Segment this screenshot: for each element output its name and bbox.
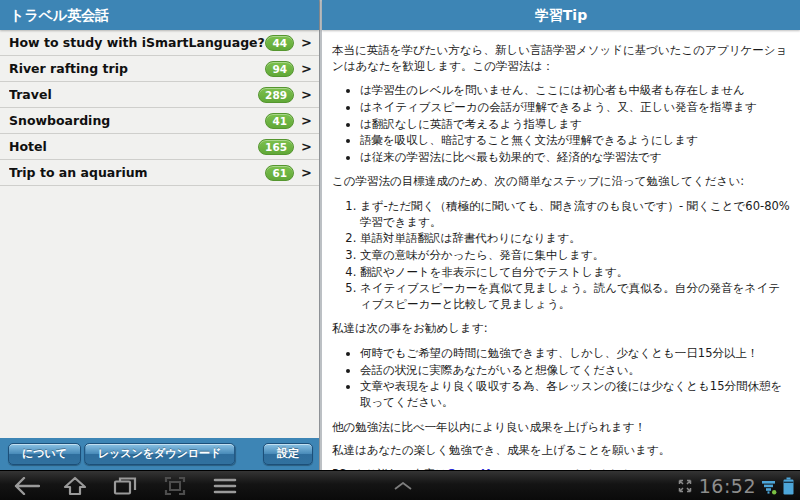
lesson-count-badge: 289 <box>258 87 294 103</box>
app-screen: トラベル英会話 How to study with iSmartLanguage… <box>0 0 800 500</box>
about-button[interactable]: について <box>8 443 81 465</box>
lesson-count-badge: 61 <box>265 165 294 181</box>
recommend-bullet: 会話の状況に実際あなたがいると想像してください。 <box>360 363 790 379</box>
screenshot-icon[interactable] <box>160 471 190 500</box>
chevron-right-icon: > <box>299 62 312 75</box>
menu-icon[interactable] <box>210 471 240 500</box>
recommend-bullet: 何時でもご希望の時間に勉強できます、しかし、少なくとも一日15分以上！ <box>360 346 790 362</box>
recent-apps-icon[interactable] <box>110 471 140 500</box>
status-cluster: 16:52 <box>677 471 794 500</box>
lesson-list: How to study with iSmartLanguage? 44 > R… <box>0 30 319 186</box>
chevron-up-icon[interactable] <box>388 471 418 500</box>
lesson-row-river-rafting[interactable]: River rafting trip 94 > <box>0 56 319 82</box>
feature-bullet: は翻訳なしに英語で考えるよう指導します <box>360 117 790 133</box>
intro-paragraph: 本当に英語を学びたい方なら、新しい言語学習メソッドに基づいたこのアプリケーション… <box>332 43 790 74</box>
lesson-label: Snowboarding <box>9 113 265 128</box>
lesson-row-snowboarding[interactable]: Snowboarding 41 > <box>0 108 319 134</box>
recommend-bullet: 文章や表現をより良く吸収する為、各レッスンの後には少なくとも15分間休憩を取って… <box>360 379 790 410</box>
left-footer-bar: について レッスンをダウンロード 設定 <box>0 438 319 470</box>
recommend-intro-paragraph: 私達は次の事をお勧めします: <box>332 321 790 337</box>
step-item: ネイティブスピーカーを真似て見ましょう。読んで真似る。自分の発音をネイティブスピ… <box>360 281 790 312</box>
steps-intro-paragraph: この学習法の目標達成のため、次の簡単なステップに沿って勉強してください: <box>332 174 790 190</box>
step-item: 単語対単語翻訳は辞書代わりになります。 <box>360 231 790 247</box>
lesson-list-panel: トラベル英会話 How to study with iSmartLanguage… <box>0 0 319 470</box>
lesson-label: Travel <box>9 87 258 102</box>
outro-paragraph-2: 私達はあなたの楽しく勉強でき、成果を上げることを願います。 <box>332 443 790 459</box>
signal-icon <box>762 478 777 495</box>
lesson-label: Trip to an aquarium <box>9 165 265 180</box>
outro-paragraph-1: 他の勉強法に比べ一年以内により良い成果を上げられます！ <box>332 420 790 436</box>
chevron-right-icon: > <box>299 114 312 127</box>
clock: 16:52 <box>699 475 756 497</box>
feature-bullet: は従来の学習法に比べ最も効果的で、経済的な学習法です <box>360 150 790 166</box>
step-item: 文章の意味が分かったら、発音に集中します。 <box>360 248 790 264</box>
left-panel-title: トラベル英会話 <box>0 0 319 30</box>
chevron-right-icon: > <box>299 88 312 101</box>
settings-button[interactable]: 設定 <box>263 443 313 465</box>
feature-bullet: は学習生のレベルを問いません、ここには初心者も中級者も存在しません <box>360 83 790 99</box>
download-lessons-button[interactable]: レッスンをダウンロード <box>84 443 236 465</box>
android-navigation-bar: 16:52 <box>0 470 800 500</box>
feature-bullet: はネイティブスピーカの会話が理解できるよう、又、正しい発音を指導ます <box>360 100 790 116</box>
lesson-label: River rafting trip <box>9 61 265 76</box>
lesson-label: Hotel <box>9 139 258 154</box>
lesson-count-badge: 44 <box>265 35 294 51</box>
right-panel-title: 学習Tip <box>322 0 800 30</box>
lesson-count-badge: 41 <box>265 113 294 129</box>
recommend-bullet-list: 何時でもご希望の時間に勉強できます、しかし、少なくとも一日15分以上！ 会話の状… <box>332 346 790 411</box>
lesson-row-travel[interactable]: Travel 289 > <box>0 82 319 108</box>
lesson-row-aquarium[interactable]: Trip to an aquarium 61 > <box>0 160 319 186</box>
lesson-row-how-to-study[interactable]: How to study with iSmartLanguage? 44 > <box>0 30 319 56</box>
lesson-count-badge: 165 <box>258 139 294 155</box>
study-tip-panel: 学習Tip 本当に英語を学びたい方なら、新しい言語学習メソッドに基づいたこのアプ… <box>322 0 800 470</box>
chevron-right-icon: > <box>299 140 312 153</box>
chevron-right-icon: > <box>299 36 312 49</box>
step-item: 翻訳やノートを非表示にして自分でテストします。 <box>360 265 790 281</box>
step-item: まず-ただ聞く（積極的に聞いても、聞き流すのも良いです）- 聞くことで60-80… <box>360 199 790 230</box>
feature-bullet-list: は学習生のレベルを問いません、ここには初心者も中級者も存在しません はネイティブ… <box>332 83 790 165</box>
study-tip-content: 本当に英語を学びたい方なら、新しい言語学習メソッドに基づいたこのアプリケーション… <box>322 30 800 482</box>
screen-capture-icon[interactable] <box>677 478 693 494</box>
lesson-row-hotel[interactable]: Hotel 165 > <box>0 134 319 160</box>
steps-list: まず-ただ聞く（積極的に聞いても、聞き流すのも良いです）- 聞くことで60-80… <box>332 199 790 312</box>
chevron-right-icon: > <box>299 166 312 179</box>
lesson-label: How to study with iSmartLanguage? <box>9 35 265 50</box>
home-icon[interactable] <box>60 471 90 500</box>
lesson-count-badge: 94 <box>265 61 294 77</box>
feature-bullet: 語彙を吸収し、暗記すること無く文法が理解できるようにします <box>360 133 790 149</box>
back-icon[interactable] <box>12 471 42 500</box>
battery-icon <box>783 477 794 495</box>
